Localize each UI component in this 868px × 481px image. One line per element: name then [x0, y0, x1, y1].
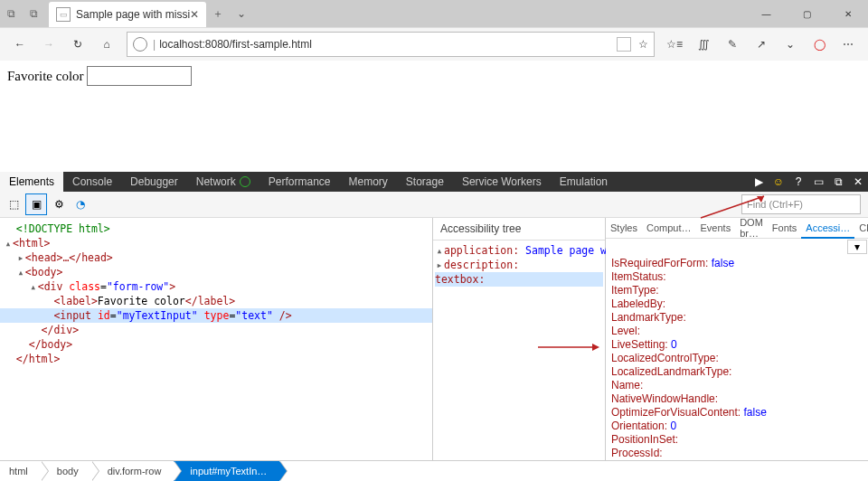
reading-view-icon[interactable] — [617, 37, 631, 52]
tab-close-icon[interactable]: ✕ — [190, 8, 199, 21]
pocket-icon[interactable]: ⌄ — [776, 30, 805, 59]
browser-tab[interactable]: ▭ Sample page with missi ✕ — [49, 2, 206, 27]
dom-tree-panel[interactable]: <!DOCTYPE html> ▴<html> ▸<head>…</head> … — [0, 218, 433, 460]
tab-memory[interactable]: Memory — [340, 172, 397, 192]
undock-icon[interactable]: ⧉ — [828, 175, 848, 188]
window-glyph-1-icon: ⧉ — [7, 7, 15, 20]
ptab-fonts[interactable]: Fonts — [768, 218, 802, 238]
titlebar: ⧉ ⧉ ▭ Sample page with missi ✕ ＋ ⌄ — ▢ ✕ — [0, 0, 868, 27]
property-row[interactable]: ProcessId: — [611, 447, 863, 460]
page-content: Favorite color — [0, 61, 868, 180]
tab-service-workers[interactable]: Service Workers — [453, 172, 551, 192]
accessibility-tree-panel: Accessibility tree ▴application: Sample … — [433, 218, 606, 460]
address-bar[interactable]: | localhost:8080/first-sample.html ☆ — [127, 32, 655, 57]
notes-icon[interactable]: ✎ — [718, 30, 747, 59]
minimize-button[interactable]: — — [746, 0, 787, 27]
property-row[interactable]: ItemType: — [611, 284, 863, 297]
devtools-toolbar: ⬚ ▣ ⚙ ◔ Find (Ctrl+F) — [0, 192, 868, 218]
breadcrumb: html body div.form-row input#myTextIn… — [0, 460, 868, 481]
site-info-icon[interactable] — [133, 37, 147, 52]
property-row[interactable]: Orientation: 0 — [611, 420, 863, 433]
ptab-accessibility[interactable]: Accessi… — [801, 218, 854, 239]
property-row[interactable]: Level: — [611, 325, 863, 338]
extension-icon[interactable]: ◯ — [805, 30, 834, 59]
property-row[interactable]: LocalizedControlType: — [611, 352, 863, 365]
crumb-div[interactable]: div.form-row — [91, 461, 175, 481]
tab-network[interactable]: Network — [187, 172, 259, 192]
dom-selected-node[interactable]: <input id="myTextInput" type="text" /> — [0, 308, 432, 323]
property-row[interactable]: LandmarkType: — [611, 311, 863, 325]
tab-storage[interactable]: Storage — [397, 172, 453, 192]
find-placeholder: Find (Ctrl+F) — [747, 199, 803, 210]
property-row[interactable]: IsRequiredForForm: false — [611, 257, 863, 270]
select-element-icon[interactable]: ⬚ — [4, 194, 24, 214]
property-row[interactable]: ItemStatus: — [611, 270, 863, 284]
url-text: localhost:8080/first-sample.html — [159, 38, 312, 51]
maximize-button[interactable]: ▢ — [787, 0, 827, 27]
highlight-icon[interactable]: ▣ — [25, 193, 47, 215]
home-button[interactable]: ⌂ — [92, 30, 121, 59]
accessibility-tree-title: Accessibility tree — [433, 218, 605, 240]
properties-panel: Styles Comput… Events DOM br… Fonts Acce… — [606, 218, 868, 460]
tab-overflow-icon[interactable]: ⌄ — [230, 0, 253, 27]
acc-tree-row[interactable]: ▴application: Sample page with mi… — [435, 243, 603, 258]
forward-button[interactable]: → — [34, 30, 63, 59]
refresh-button[interactable]: ↻ — [63, 30, 92, 59]
dock-icon[interactable]: ▭ — [808, 175, 828, 188]
tab-console[interactable]: Console — [63, 172, 121, 192]
favorite-icon[interactable]: ☆ — [638, 38, 648, 51]
favorites-hub-icon[interactable]: ☆≡ — [660, 30, 689, 59]
back-button[interactable]: ← — [5, 30, 34, 59]
tab-elements[interactable]: Elements — [0, 172, 63, 192]
tab-performance[interactable]: Performance — [259, 172, 340, 192]
tab-title: Sample page with missi — [76, 8, 190, 21]
ptab-styles[interactable]: Styles — [606, 218, 642, 238]
feedback-icon[interactable]: ☺ — [769, 175, 788, 188]
ptab-events[interactable]: Events — [696, 218, 736, 238]
accessibility-icon[interactable]: ⚙ — [49, 194, 69, 214]
properties-list[interactable]: IsRequiredForForm: falseItemStatus:ItemT… — [606, 255, 868, 460]
property-row[interactable]: PositionInSet: — [611, 433, 863, 447]
ptab-dom-breakpoints[interactable]: DOM br… — [735, 218, 768, 238]
help-icon[interactable]: ? — [788, 175, 808, 188]
more-icon[interactable]: ⋯ — [834, 30, 863, 59]
tab-debugger[interactable]: Debugger — [121, 172, 187, 192]
console-toggle-icon[interactable]: ▶ — [749, 175, 769, 188]
share-icon[interactable]: ↗ — [747, 30, 776, 59]
acc-tree-row-selected[interactable]: textbox: — [435, 272, 603, 287]
property-row[interactable]: Name: — [611, 379, 863, 392]
new-tab-button[interactable]: ＋ — [206, 0, 230, 27]
acc-tree-row[interactable]: ▸description: — [435, 258, 603, 272]
tab-emulation[interactable]: Emulation — [551, 172, 617, 192]
favicon-icon: ▭ — [56, 7, 71, 22]
property-row[interactable]: OptimizeForVisualContent: false — [611, 406, 863, 420]
properties-tabs: Styles Comput… Events DOM br… Fonts Acce… — [606, 218, 868, 239]
favorite-color-label: Favorite color — [7, 69, 84, 83]
close-window-button[interactable]: ✕ — [827, 0, 868, 27]
ptab-computed[interactable]: Comput… — [642, 218, 696, 238]
favorite-color-input[interactable] — [87, 66, 192, 86]
crumb-input[interactable]: input#myTextIn… — [174, 461, 279, 481]
ptab-changes[interactable]: Changes — [854, 218, 868, 238]
find-input[interactable]: Find (Ctrl+F) — [741, 194, 861, 214]
filter-icon[interactable]: ▾ — [847, 240, 867, 254]
crumb-html[interactable]: html — [0, 461, 41, 481]
property-row[interactable]: NativeWindowHandle: — [611, 392, 863, 406]
devtools: Elements Console Debugger Network Perfor… — [0, 172, 868, 481]
color-picker-icon[interactable]: ◔ — [71, 194, 90, 214]
record-icon — [240, 176, 250, 187]
property-row[interactable]: LocalizedLandmarkType: — [611, 365, 863, 379]
navbar: ← → ↻ ⌂ | localhost:8080/first-sample.ht… — [0, 27, 868, 61]
reading-list-icon[interactable]: ∭ — [689, 30, 718, 59]
property-row[interactable]: LiveSetting: 0 — [611, 338, 863, 352]
devtools-tabbar: Elements Console Debugger Network Perfor… — [0, 172, 868, 192]
devtools-close-icon[interactable]: ✕ — [848, 175, 868, 188]
property-row[interactable]: LabeledBy: — [611, 297, 863, 311]
window-glyph-2-icon: ⧉ — [30, 7, 38, 20]
